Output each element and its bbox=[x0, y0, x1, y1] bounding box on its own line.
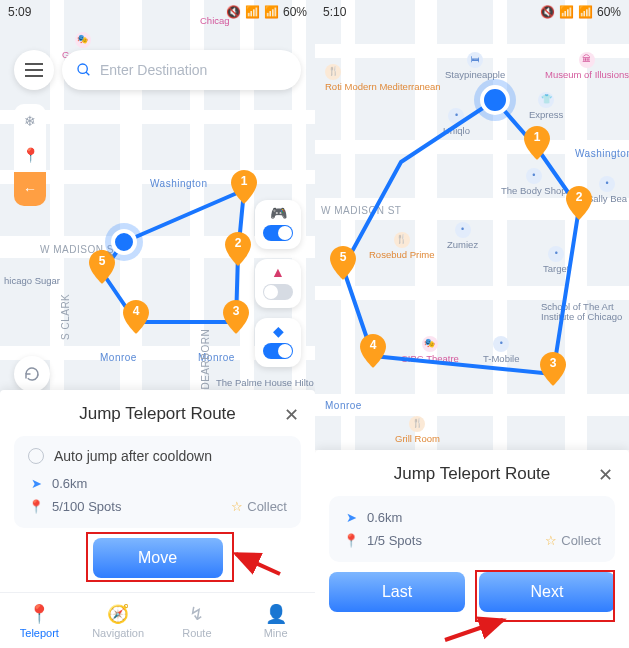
store-icon: • bbox=[599, 176, 615, 192]
battery-label: 60% bbox=[597, 5, 621, 19]
store-icon: • bbox=[493, 336, 509, 352]
poi-icon: 🎭 bbox=[75, 32, 91, 48]
search-icon bbox=[76, 61, 92, 79]
switch-on-icon bbox=[263, 343, 293, 359]
route-marker-3[interactable]: 3 bbox=[540, 352, 566, 386]
signal-icon: 📶 bbox=[578, 5, 593, 19]
poi-label: The Palme House Hilto bbox=[216, 378, 314, 388]
switch-off-icon bbox=[263, 284, 293, 300]
status-time: 5:09 bbox=[8, 5, 31, 19]
poi-label: Staypineapple bbox=[445, 69, 505, 80]
poi-label: hicago Sugar bbox=[4, 276, 60, 286]
move-button[interactable]: Move bbox=[93, 538, 223, 578]
path-icon: ↯ bbox=[189, 603, 204, 625]
map-canvas[interactable]: W MADISON ST Monroe Washington 🛏Staypine… bbox=[315, 0, 629, 450]
user-icon: 👤 bbox=[265, 603, 287, 625]
poi-label: Target bbox=[543, 263, 569, 274]
battery-label: 60% bbox=[283, 5, 307, 19]
switch-on-icon bbox=[263, 225, 293, 241]
nav-arrow-icon: ➤ bbox=[28, 476, 44, 491]
wifi-icon: 📶 bbox=[559, 5, 574, 19]
route-sheet: Jump Teleport Route ✕ ➤ 0.6km 📍 1/5 Spot… bbox=[315, 450, 629, 648]
food-icon: 🍴 bbox=[325, 64, 341, 80]
current-location-dot bbox=[480, 85, 510, 115]
route-marker-1[interactable]: 1 bbox=[524, 126, 550, 160]
refresh-button[interactable] bbox=[14, 356, 50, 392]
route-icon: 🧭 bbox=[107, 603, 129, 625]
svg-point-0 bbox=[78, 64, 87, 73]
route-marker-4[interactable]: 4 bbox=[360, 334, 386, 368]
nav-arrow-icon: ➤ bbox=[343, 510, 359, 525]
road-label: W MADISON ST bbox=[321, 205, 401, 216]
pin-button[interactable]: 📍 bbox=[14, 138, 46, 172]
mute-icon: 🔇 bbox=[226, 5, 241, 19]
store-icon: 👕 bbox=[538, 92, 554, 108]
close-icon[interactable]: ✕ bbox=[598, 464, 613, 486]
wifi-icon: 📶 bbox=[245, 5, 260, 19]
bottom-nav: 📍Teleport 🧭Navigation ↯Route 👤Mine bbox=[0, 592, 315, 648]
route-marker-5[interactable]: 5 bbox=[89, 250, 115, 284]
signal-icon: 📶 bbox=[264, 5, 279, 19]
poi-label: The Body Shop bbox=[501, 185, 567, 196]
mute-icon: 🔇 bbox=[540, 5, 555, 19]
last-button[interactable]: Last bbox=[329, 572, 465, 612]
spots-value: 1/5 Spots bbox=[367, 533, 422, 548]
poi-label: Uniqlo bbox=[443, 125, 470, 136]
auto-jump-checkbox[interactable]: Auto jump after cooldown bbox=[28, 446, 287, 472]
collect-button[interactable]: ☆Collect bbox=[231, 499, 287, 514]
poi-label: Rosebud Prime bbox=[369, 249, 434, 260]
route-marker-5[interactable]: 5 bbox=[330, 246, 356, 280]
status-bar: 5:09 🔇 📶 📶 60% bbox=[0, 0, 315, 24]
route-marker-2[interactable]: 2 bbox=[566, 186, 592, 220]
poi-label: CIBC Theatre bbox=[401, 353, 459, 364]
store-icon: • bbox=[548, 246, 564, 262]
collect-button[interactable]: ☆Collect bbox=[545, 533, 601, 548]
poi-label: T-Mobile bbox=[483, 353, 519, 364]
current-location-dot bbox=[111, 229, 137, 255]
pokestop-toggle[interactable]: ▲ bbox=[255, 259, 301, 308]
status-time: 5:10 bbox=[323, 5, 346, 19]
radio-empty-icon bbox=[28, 448, 44, 464]
nav-navigation[interactable]: 🧭Navigation bbox=[79, 593, 158, 648]
map-canvas[interactable]: W MADISON ST Washington Monroe Monroe S … bbox=[0, 0, 315, 410]
route-marker-3[interactable]: 3 bbox=[223, 300, 249, 334]
layer-toggle[interactable]: ◆ bbox=[255, 318, 301, 367]
pin-count-icon: 📍 bbox=[28, 499, 44, 514]
gamepad-toggle[interactable]: 🎮 bbox=[255, 200, 301, 249]
food-icon: 🍴 bbox=[394, 232, 410, 248]
theatre-icon: 🎭 bbox=[422, 336, 438, 352]
search-input[interactable] bbox=[100, 62, 287, 78]
store-icon: • bbox=[455, 222, 471, 238]
poi-label: School of The Art Institute of Chicago bbox=[541, 302, 629, 323]
route-marker-1[interactable]: 1 bbox=[231, 170, 257, 204]
status-bar: 5:10 🔇 📶 📶 60% bbox=[315, 0, 629, 24]
poi-label: Museum of Illusions bbox=[545, 69, 629, 80]
snowflake-button[interactable]: ❄ bbox=[14, 104, 46, 138]
poi-label: Zumiez bbox=[447, 239, 478, 250]
road-label: S CLARK bbox=[60, 294, 71, 340]
food-icon: 🍴 bbox=[409, 416, 425, 432]
poi-label: Sally Bea bbox=[587, 193, 627, 204]
distance-value: 0.6km bbox=[367, 510, 402, 525]
nav-mine[interactable]: 👤Mine bbox=[236, 593, 315, 648]
menu-button[interactable] bbox=[14, 50, 54, 90]
station-label: Washington bbox=[575, 148, 629, 159]
search-bar[interactable] bbox=[62, 50, 301, 90]
station-label: Monroe bbox=[325, 400, 362, 411]
pin-count-icon: 📍 bbox=[343, 533, 359, 548]
poi-label: Roti Modern Mediterranean bbox=[325, 81, 441, 92]
back-button[interactable]: ← bbox=[14, 172, 46, 206]
route-marker-4[interactable]: 4 bbox=[123, 300, 149, 334]
close-icon[interactable]: ✕ bbox=[284, 404, 299, 426]
station-label: Monroe bbox=[100, 352, 137, 363]
pin-icon: 📍 bbox=[28, 603, 50, 625]
sheet-title: Jump Teleport Route bbox=[394, 464, 551, 484]
sheet-title: Jump Teleport Route bbox=[79, 404, 236, 424]
nav-route[interactable]: ↯Route bbox=[158, 593, 237, 648]
nav-teleport[interactable]: 📍Teleport bbox=[0, 593, 79, 648]
store-icon: • bbox=[448, 108, 464, 124]
route-sheet: Jump Teleport Route ✕ Auto jump after co… bbox=[0, 390, 315, 592]
next-button[interactable]: Next bbox=[479, 572, 615, 612]
poi-label: Express bbox=[529, 109, 563, 120]
route-marker-2[interactable]: 2 bbox=[225, 232, 251, 266]
